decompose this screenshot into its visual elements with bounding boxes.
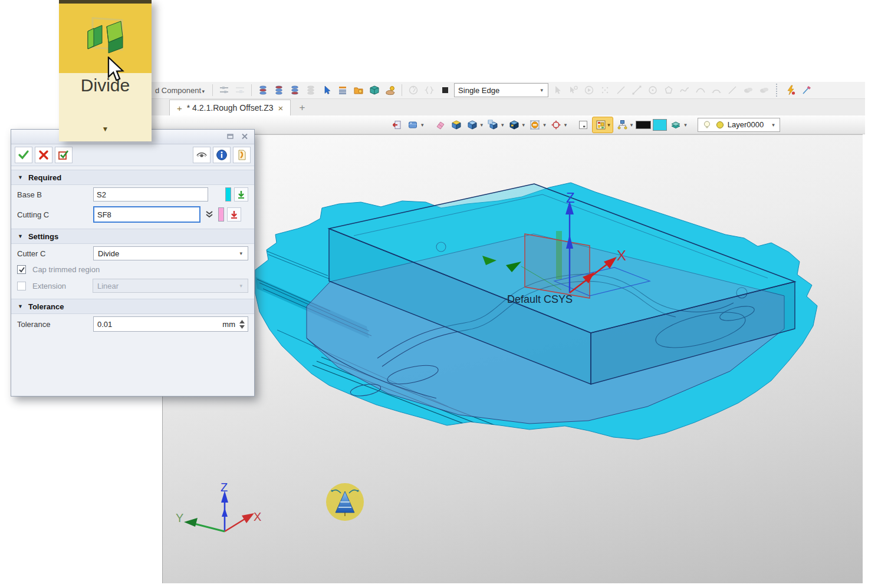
pick-point-icon: [566, 83, 580, 97]
shade-mode-caret-icon[interactable]: ▾: [481, 122, 484, 128]
view-orientation-icon[interactable]: [486, 118, 500, 132]
wireframe-mode-icon[interactable]: [507, 118, 521, 132]
assembly-tree-icon[interactable]: [615, 118, 629, 132]
stack-disabled-icon: [304, 83, 318, 97]
grab-part-icon[interactable]: [383, 83, 397, 97]
brackets-icon: [422, 83, 436, 97]
assembly-tree-caret-icon[interactable]: ▾: [630, 122, 633, 128]
cutting-input[interactable]: [93, 206, 200, 223]
face-color-swatch[interactable]: [653, 119, 667, 131]
select-cursor-icon[interactable]: [320, 83, 334, 97]
rotate-center-icon[interactable]: [549, 118, 563, 132]
viewport-3d[interactable]: Z X Default CSYS Z X Y: [162, 134, 863, 583]
document-tab-bar: + * 4.2.1.Rough Offset.Z3 × +: [150, 99, 865, 115]
preview-eye-button[interactable]: [193, 147, 211, 163]
cutting-select-button[interactable]: [227, 207, 241, 222]
layer-color-icon[interactable]: [715, 120, 725, 130]
segment-icon: [725, 83, 739, 97]
divide-tool-icon[interactable]: [59, 4, 152, 73]
base-color-bar: [225, 187, 231, 201]
divide-hint-badge[interactable]: [326, 483, 364, 521]
section-required[interactable]: ▼ Required: [11, 170, 254, 185]
model-canvas: Z X Default CSYS Z X Y: [163, 135, 862, 583]
quick-edit-icon[interactable]: [784, 83, 798, 97]
manage-files-icon[interactable]: [351, 83, 366, 97]
shade-mode-icon[interactable]: [465, 118, 479, 132]
wireframe-caret-icon[interactable]: ▾: [522, 122, 525, 128]
component-dropdown[interactable]: d Component ▾: [153, 86, 208, 95]
collapse-icon[interactable]: ▼: [18, 233, 23, 239]
tab-rough-offset[interactable]: + * 4.2.1.Rough Offset.Z3 ×: [169, 100, 291, 115]
shade-top-icon[interactable]: [449, 118, 463, 132]
callout-body: Divide ▼: [59, 73, 152, 141]
viewport-layout-icon-group[interactable]: ▾: [592, 117, 613, 133]
component-box-icon[interactable]: [367, 83, 382, 97]
cutter-dropdown[interactable]: Divide ▾: [93, 246, 248, 260]
mouse-cursor-icon: [107, 57, 127, 86]
align-constraint-icon[interactable]: [217, 83, 231, 97]
divide-tool-callout[interactable]: Divide ▼: [59, 0, 152, 141]
background-toggle-icon[interactable]: [576, 118, 590, 132]
extension-label[interactable]: Extension: [32, 282, 90, 290]
pick-icon: [550, 83, 564, 97]
info-button[interactable]: [213, 147, 231, 163]
tolerance-value[interactable]: 0.01: [97, 320, 222, 329]
stack-rollback-icon[interactable]: [288, 83, 302, 97]
exit-help-button[interactable]: [233, 147, 251, 163]
cap-checkbox[interactable]: [17, 265, 26, 274]
cancel-button[interactable]: [35, 147, 52, 163]
exit-environment-icon[interactable]: [390, 118, 404, 132]
display-mode-caret-icon[interactable]: ▾: [421, 122, 424, 128]
layer-manager-caret-icon[interactable]: ▾: [684, 122, 687, 128]
dropdown-caret-icon: ▾: [239, 283, 242, 289]
world-triad: Z X Y: [176, 481, 261, 531]
layer-dropdown[interactable]: Layer0000▾: [698, 118, 780, 132]
tab-close-icon[interactable]: ×: [278, 103, 284, 113]
section-required-label: Required: [28, 173, 61, 182]
section-settings[interactable]: ▼ Settings: [11, 229, 254, 244]
section-tolerance-label: Tolerance: [28, 302, 64, 311]
base-select-button[interactable]: [234, 187, 248, 201]
dialog-restore-icon[interactable]: [227, 133, 234, 141]
viewport-layout-icon[interactable]: [594, 118, 608, 132]
extension-checkbox[interactable]: [17, 282, 26, 290]
filled-square-icon[interactable]: [438, 83, 452, 97]
circle-center-icon: [646, 83, 660, 97]
stack-history-icon[interactable]: [272, 83, 286, 97]
tolerance-row: Tolerance 0.01 mm: [11, 314, 254, 334]
view-toolbar: ▾▾▾▾▾▾▾▾▾Layer0000▾: [150, 115, 865, 134]
section-caret-icon[interactable]: ▾: [543, 122, 546, 128]
base-input[interactable]: [93, 187, 208, 201]
tolerance-spinner[interactable]: [238, 320, 246, 329]
stack-regen-icon[interactable]: [256, 83, 270, 97]
eraser-icon[interactable]: [433, 118, 448, 132]
view-orientation-caret-icon[interactable]: ▾: [501, 122, 504, 128]
toolbar-dotsep: [776, 84, 779, 97]
apply-button[interactable]: [55, 147, 73, 163]
bulb-icon[interactable]: [702, 120, 712, 130]
history-list-icon[interactable]: [336, 83, 350, 97]
section-tolerance[interactable]: ▼ Tolerance: [11, 299, 254, 314]
extension-value: Linear: [97, 282, 119, 290]
rotate-center-caret-icon[interactable]: ▾: [564, 122, 567, 128]
ok-button[interactable]: [15, 147, 32, 163]
collapse-icon[interactable]: ▼: [18, 174, 23, 180]
layer-manager-icon[interactable]: [669, 118, 683, 132]
dialog-close-icon[interactable]: [241, 133, 248, 141]
new-tab-button[interactable]: +: [299, 102, 305, 115]
tab-plus-icon[interactable]: +: [177, 103, 182, 113]
edge-color-swatch[interactable]: [636, 121, 651, 129]
main-toolbar: d Component ▾Single Edge▾: [150, 82, 865, 99]
tolerance-input[interactable]: 0.01 mm: [93, 316, 248, 332]
sketch-pen-icon[interactable]: [800, 83, 814, 97]
section-view-icon[interactable]: [528, 118, 542, 132]
callout-dropdown-icon[interactable]: ▼: [102, 125, 109, 133]
collapse-icon[interactable]: ▼: [18, 303, 23, 309]
display-mode-icon[interactable]: [406, 118, 420, 132]
cap-label[interactable]: Cap trimmed region: [32, 265, 100, 274]
pick-filter-dropdown[interactable]: Single Edge▾: [454, 83, 548, 97]
expand-chevron-icon[interactable]: [203, 207, 215, 222]
csys-plane-highlight[interactable]: [525, 234, 590, 298]
extension-row: Extension Linear ▾: [11, 276, 254, 295]
toolbar-sep: [402, 84, 402, 96]
